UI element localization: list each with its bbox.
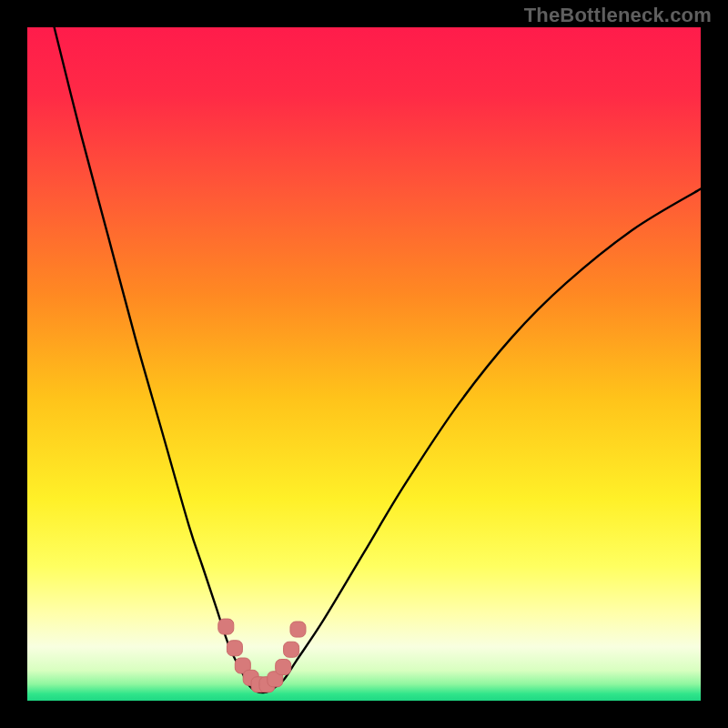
watermark-text: TheBottleneck.com <box>524 4 712 27</box>
highlight-marker <box>218 619 234 634</box>
highlight-marker <box>290 622 306 637</box>
highlight-marker <box>276 660 291 675</box>
bottleneck-chart <box>27 27 701 701</box>
outer-frame: TheBottleneck.com <box>0 0 728 728</box>
chart-background <box>27 27 701 701</box>
highlight-marker <box>227 641 242 656</box>
highlight-marker <box>284 642 299 657</box>
